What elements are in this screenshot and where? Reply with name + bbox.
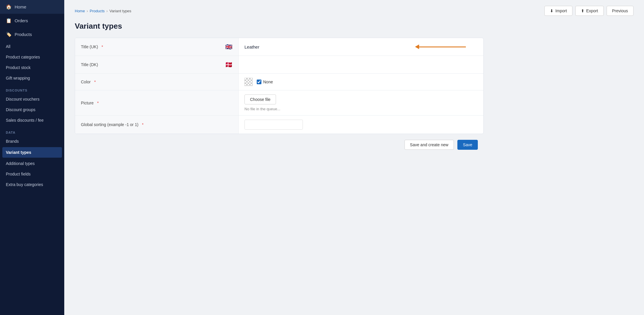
label-picture: Picture * <box>75 90 239 115</box>
breadcrumb-sep-1: › <box>87 9 88 13</box>
required-asterisk-sorting: * <box>142 122 143 127</box>
sidebar-item-home[interactable]: 🏠 Home <box>0 0 64 14</box>
page-content: Variant types Title (UK) * 🇬🇧 Leather <box>64 16 644 163</box>
form-row-global-sorting: Global sorting (example -1 or 1) * <box>75 116 483 134</box>
breadcrumb-current: Variant types <box>110 9 131 13</box>
arrow-annotation <box>415 44 466 49</box>
sidebar-item-extra-buy-categories[interactable]: Extra buy categories <box>0 179 64 190</box>
sidebar-item-all[interactable]: All <box>0 41 64 52</box>
value-color: None <box>239 74 483 90</box>
export-icon: ⬆ <box>581 8 584 13</box>
form-row-title-uk: Title (UK) * 🇬🇧 Leather <box>75 38 483 56</box>
form-actions: Save and create new Save <box>75 134 484 153</box>
arrow-line <box>419 47 466 47</box>
required-asterisk-color: * <box>94 80 96 84</box>
arrow-head <box>415 44 419 49</box>
label-global-sorting: Global sorting (example -1 or 1) * <box>75 116 239 134</box>
save-button[interactable]: Save <box>457 140 478 150</box>
sidebar: 🏠 Home 📋 Orders 🏷️ Products All Product … <box>0 0 64 315</box>
required-asterisk-uk: * <box>102 44 103 49</box>
discounts-section-label: DISCOUNTS <box>0 83 64 94</box>
breadcrumb-sep-2: › <box>106 9 107 13</box>
sidebar-item-gift-wrapping[interactable]: Gift wrapping <box>0 73 64 83</box>
topbar: Home › Products › Variant types ⬇ Import… <box>64 0 644 16</box>
value-picture: Choose file No file in the queue... <box>239 90 483 115</box>
sidebar-item-product-fields[interactable]: Product fields <box>0 169 64 179</box>
sidebar-item-variant-types[interactable]: Variant types <box>2 147 62 158</box>
form-card: Title (UK) * 🇬🇧 Leather Title (DK) <box>75 38 484 134</box>
form-row-picture: Picture * Choose file No file in the que… <box>75 90 483 116</box>
sidebar-item-discount-vouchers[interactable]: Discount vouchers <box>0 94 64 104</box>
main-content: Home › Products › Variant types ⬇ Import… <box>64 0 644 315</box>
none-checkbox[interactable] <box>257 80 261 84</box>
sidebar-item-product-categories[interactable]: Product categories <box>0 52 64 62</box>
flag-dk: 🇩🇰 <box>225 61 232 68</box>
flag-uk: 🇬🇧 <box>225 43 232 50</box>
import-button[interactable]: ⬇ Import <box>544 6 572 16</box>
sidebar-item-brands[interactable]: Brands <box>0 136 64 147</box>
orders-icon: 📋 <box>6 18 12 23</box>
no-file-text: No file in the queue... <box>244 107 280 111</box>
sidebar-item-orders[interactable]: 📋 Orders <box>0 14 64 27</box>
sidebar-item-additional-types[interactable]: Additional types <box>0 158 64 169</box>
label-title-uk: Title (UK) * 🇬🇧 <box>75 38 239 56</box>
value-title-uk: Leather <box>239 38 483 56</box>
page-title: Variant types <box>75 22 633 31</box>
breadcrumb-products[interactable]: Products <box>90 9 105 13</box>
breadcrumb: Home › Products › Variant types <box>75 9 131 13</box>
sidebar-item-discount-groups[interactable]: Discount groups <box>0 104 64 115</box>
choose-file-button[interactable]: Choose file <box>244 94 276 104</box>
sidebar-item-products[interactable]: 🏷️ Products <box>0 27 64 41</box>
global-sorting-input[interactable] <box>244 120 303 130</box>
value-global-sorting <box>239 116 483 134</box>
title-dk-input[interactable] <box>244 62 478 67</box>
home-icon: 🏠 <box>6 4 12 10</box>
products-icon: 🏷️ <box>6 32 12 37</box>
required-asterisk-picture: * <box>97 101 99 105</box>
label-title-dk: Title (DK) 🇩🇰 <box>75 56 239 73</box>
color-checker[interactable] <box>244 78 253 86</box>
import-icon: ⬇ <box>550 8 553 13</box>
value-title-dk <box>239 56 483 73</box>
breadcrumb-home[interactable]: Home <box>75 9 85 13</box>
save-and-create-new-button[interactable]: Save and create new <box>405 140 454 150</box>
none-checkbox-wrapper: None <box>257 80 273 84</box>
data-section-label: DATA <box>0 125 64 136</box>
topbar-actions: ⬇ Import ⬆ Export Previous <box>544 6 633 16</box>
form-row-color: Color * None <box>75 74 483 90</box>
title-uk-value: Leather <box>244 44 259 49</box>
form-row-title-dk: Title (DK) 🇩🇰 <box>75 56 483 74</box>
previous-button[interactable]: Previous <box>607 6 633 16</box>
none-label: None <box>263 80 273 84</box>
sidebar-item-sales-discounts[interactable]: Sales discounts / fee <box>0 115 64 125</box>
label-color: Color * <box>75 74 239 90</box>
sidebar-item-product-stock[interactable]: Product stock <box>0 62 64 73</box>
export-button[interactable]: ⬆ Export <box>575 6 603 16</box>
